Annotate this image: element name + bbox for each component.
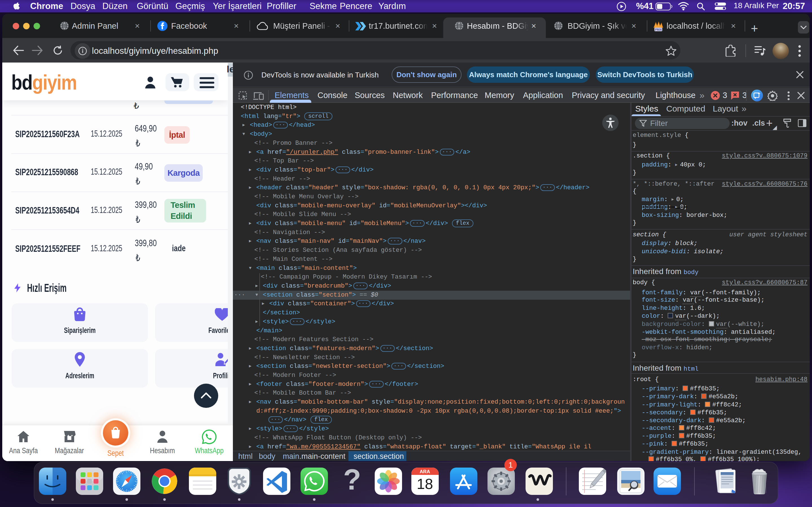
svg-text:PMA: PMA — [655, 28, 662, 31]
svg-text:?: ? — [343, 467, 361, 495]
svg-text:18: 18 — [417, 476, 433, 492]
svg-text:ARA: ARA — [420, 469, 430, 474]
